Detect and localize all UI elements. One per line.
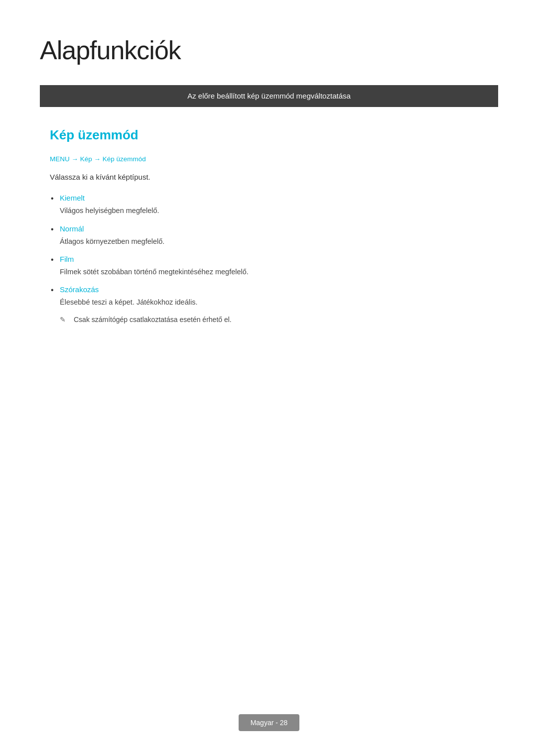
menu-item-kiemelt-desc: Világos helyiségben megfelelő. [60, 205, 488, 216]
section-header: Az előre beállított kép üzemmód megválto… [40, 85, 498, 107]
page-title: Alapfunkciók [40, 30, 498, 71]
list-item: Szórakozás Élesebbé teszi a képet. Játék… [60, 284, 488, 325]
list-item: Normál Átlagos környezetben megfelelő. [60, 223, 488, 247]
menu-item-film: Film [60, 255, 74, 263]
note-text: Csak számítógép csatlakoztatása esetén é… [60, 314, 488, 325]
section-title: Kép üzemmód [50, 125, 488, 146]
menu-path: MENU → Kép → Kép üzemmód [50, 154, 488, 165]
menu-item-szorakozas: Szórakozás [60, 285, 99, 294]
list-item: Kiemelt Világos helyiségben megfelelő. [60, 192, 488, 216]
list-item: Film Filmek sötét szobában történő megte… [60, 253, 488, 278]
menu-item-kiemelt: Kiemelt [60, 194, 85, 202]
menu-item-normal-desc: Átlagos környezetben megfelelő. [60, 236, 488, 247]
intro-text: Válassza ki a kívánt képtípust. [50, 171, 488, 183]
menu-item-film-desc: Filmek sötét szobában történő megtekinté… [60, 266, 488, 278]
content-section: Kép üzemmód MENU → Kép → Kép üzemmód Vál… [40, 125, 498, 325]
footer-badge: Magyar - 28 [239, 714, 300, 731]
menu-list: Kiemelt Világos helyiségben megfelelő. N… [60, 192, 488, 325]
footer: Magyar - 28 [0, 714, 538, 731]
menu-item-szorakozas-desc: Élesebbé teszi a képet. Játékokhoz ideál… [60, 297, 488, 308]
menu-item-normal: Normál [60, 224, 84, 233]
